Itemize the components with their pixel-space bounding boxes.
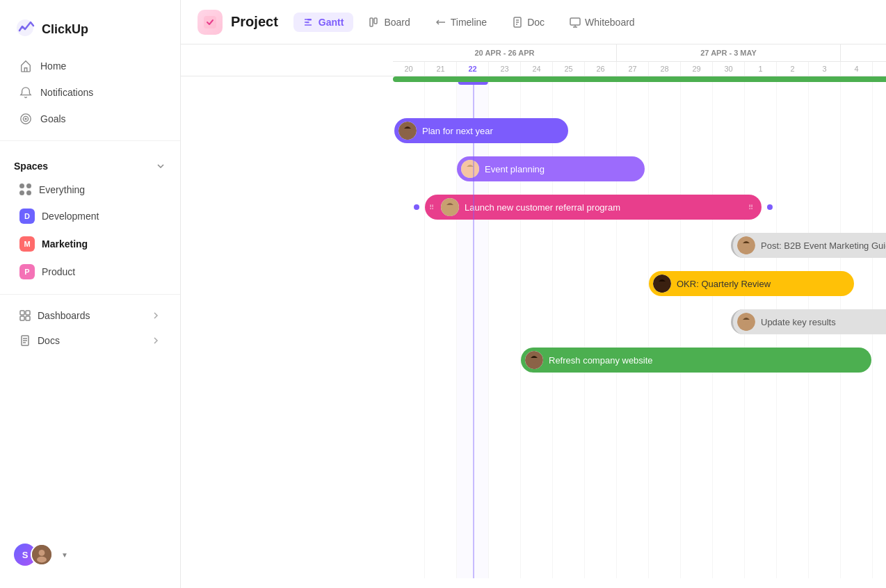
marketing-badge: M xyxy=(19,236,35,252)
day-label-24: 24 xyxy=(521,62,553,76)
sidebar: ClickUp Home Notifications Goals Spaces xyxy=(0,0,181,588)
tab-doc-label: Doc xyxy=(527,17,545,28)
week-label-1: 20 APR - 26 APR xyxy=(393,44,617,61)
svg-point-9 xyxy=(39,550,45,556)
bar-label-0: Plan for next year xyxy=(422,126,493,136)
chevron-down-icon[interactable] xyxy=(155,161,166,172)
bar-avatar-2 xyxy=(441,198,459,216)
bell-icon xyxy=(19,86,32,99)
product-label: Product xyxy=(42,266,75,277)
dashboards-label: Dashboards xyxy=(38,310,90,321)
week-label-2: 27 APR - 3 MAY xyxy=(617,44,841,61)
day-label-2: 2 xyxy=(777,62,809,76)
bar-label-1: Event planning xyxy=(485,164,545,174)
main-content: Project Gantt Board Timeline xyxy=(181,0,886,588)
svg-rect-13 xyxy=(306,22,309,24)
drag-handle-left-2: ⠿ xyxy=(429,204,434,211)
svg-rect-7 xyxy=(26,316,30,320)
day-label-29: 29 xyxy=(681,62,713,76)
gantt-chart-region: TODAY Plan for next year Event planning⠿… xyxy=(393,76,886,578)
nav-item-notifications[interactable]: Notifications xyxy=(6,80,175,105)
gantt-bar-3[interactable]: Post: B2B Event Marketing Guide xyxy=(731,233,886,258)
bar-label-4: OKR: Quarterly Review xyxy=(677,279,771,289)
svg-rect-17 xyxy=(570,18,580,25)
bar-label-2: Launch new customer referral program xyxy=(465,202,620,213)
gantt-bar-5[interactable]: Update key results xyxy=(731,309,886,334)
tab-doc[interactable]: Doc xyxy=(502,13,554,32)
day-label-28: 28 xyxy=(649,62,681,76)
svg-point-38 xyxy=(529,362,539,369)
doc-tab-icon xyxy=(512,17,523,28)
gantt-body: TODAY Plan for next year Event planning⠿… xyxy=(181,76,886,578)
chevron-right-docs-icon xyxy=(151,336,161,345)
development-label: Development xyxy=(42,211,99,222)
drag-handle-right-2: ⠿ xyxy=(748,204,753,211)
tab-board[interactable]: Board xyxy=(359,13,419,32)
svg-text:ClickUp: ClickUp xyxy=(42,22,88,36)
day-label-21: 21 xyxy=(425,62,457,76)
divider-1 xyxy=(0,140,180,141)
spaces-header: Spaces xyxy=(0,149,180,177)
project-box-icon xyxy=(202,15,218,30)
day-label-5: 5 xyxy=(873,62,886,76)
whiteboard-tab-icon xyxy=(570,17,581,28)
bar-avatar-0 xyxy=(398,122,417,140)
docs-icon xyxy=(19,335,31,346)
user-area[interactable]: S ▼ xyxy=(0,532,180,577)
gantt-bar-2[interactable]: ⠿ Launch new customer referral program⠿ xyxy=(425,195,762,220)
drag-dot-right-2[interactable] xyxy=(767,204,773,210)
drag-dot-left-2[interactable] xyxy=(414,204,419,210)
bar-avatar-4 xyxy=(653,275,671,293)
day-headers: 2021222324252627282930123456789101112 xyxy=(393,62,886,76)
tab-timeline[interactable]: Timeline xyxy=(426,13,497,32)
bar-label-3: Post: B2B Event Marketing Guide xyxy=(761,240,886,251)
svg-point-20 xyxy=(403,133,412,140)
day-label-27: 27 xyxy=(617,62,649,76)
dashboard-icon xyxy=(19,310,31,321)
svg-rect-14 xyxy=(370,18,373,26)
nav-item-goals[interactable]: Goals xyxy=(6,106,175,131)
sidebar-item-product[interactable]: P Product xyxy=(6,259,175,285)
bar-label-5: Update key results xyxy=(761,317,836,327)
week-label-3: 4 MAY - 10 MAY xyxy=(841,44,886,61)
gantt-bar-0[interactable]: Plan for next year xyxy=(394,118,568,143)
sidebar-item-everything[interactable]: Everything xyxy=(6,178,175,202)
week-headers: 20 APR - 26 APR 27 APR - 3 MAY 4 MAY - 1… xyxy=(393,44,886,62)
day-label-25: 25 xyxy=(553,62,585,76)
svg-rect-6 xyxy=(20,316,24,320)
svg-rect-12 xyxy=(307,19,312,21)
tab-gantt-label: Gantt xyxy=(319,17,344,28)
user-avatar-photo xyxy=(31,544,53,566)
svg-point-3 xyxy=(25,118,26,120)
sidebar-item-development[interactable]: D Development xyxy=(6,203,175,229)
topbar: Project Gantt Board Timeline xyxy=(181,0,886,44)
marketing-label: Marketing xyxy=(42,238,88,250)
sidebar-item-dashboards[interactable]: Dashboards xyxy=(6,304,175,327)
tab-timeline-label: Timeline xyxy=(451,17,487,28)
user-dropdown-arrow[interactable]: ▼ xyxy=(61,551,68,559)
sidebar-item-docs[interactable]: Docs xyxy=(6,329,175,352)
day-label-1: 1 xyxy=(745,62,777,76)
nav-item-home[interactable]: Home xyxy=(6,54,175,79)
day-label-4: 4 xyxy=(841,62,873,76)
bar-label-6: Refresh company website xyxy=(549,355,653,366)
gantt-bar-4[interactable]: OKR: Quarterly Review xyxy=(649,271,854,296)
bars-container: Plan for next year Event planning⠿ Launc… xyxy=(393,76,886,578)
sidebar-item-marketing[interactable]: M Marketing xyxy=(6,231,175,257)
svg-rect-4 xyxy=(20,311,24,315)
gantt-bar-1[interactable]: Event planning xyxy=(457,156,645,181)
today-line xyxy=(473,76,474,578)
day-label-26: 26 xyxy=(585,62,617,76)
project-icon xyxy=(198,10,223,35)
gantt-area: 20 APR - 26 APR 27 APR - 3 MAY 4 MAY - 1… xyxy=(181,44,886,588)
tab-whiteboard[interactable]: Whiteboard xyxy=(560,13,645,32)
today-bar xyxy=(393,76,886,82)
target-icon xyxy=(19,113,32,125)
gantt-tab-icon xyxy=(303,17,314,28)
day-label-22: 22 xyxy=(457,62,489,76)
tab-gantt[interactable]: Gantt xyxy=(293,13,354,32)
gantt-bar-6[interactable]: Refresh company website xyxy=(521,348,871,373)
tab-whiteboard-label: Whiteboard xyxy=(585,17,635,28)
svg-rect-5 xyxy=(26,311,30,315)
product-badge: P xyxy=(19,264,35,279)
